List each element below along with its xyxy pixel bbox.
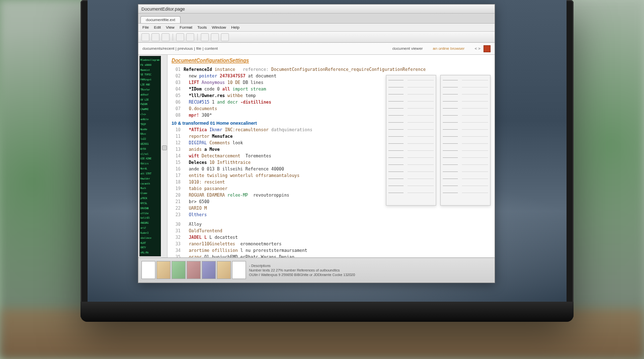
minimap-line: Glome xyxy=(140,191,160,196)
minimap-line: oRL:Rk xyxy=(140,250,160,255)
window-title: DocumentEditor.page xyxy=(141,7,185,12)
minimap-line: Hawlder xyxy=(140,176,160,181)
minimap-line: lo22 xyxy=(140,137,160,141)
menu-format[interactable]: Format xyxy=(180,25,192,30)
minimap-line: TRcefar xyxy=(140,87,160,92)
toolbar-button[interactable] xyxy=(176,33,184,41)
minimap-line: LIE AND xyxy=(140,82,160,87)
minimap-line: offihe xyxy=(140,211,160,215)
breadcrumb[interactable]: documents/recent | previous | file | con… xyxy=(142,46,218,51)
page-thumbnail[interactable] xyxy=(141,261,155,279)
minimap-line: Obtics xyxy=(140,161,160,166)
code-editor[interactable]: DocumentConfigurationSettings 01Referenc… xyxy=(168,55,495,257)
header-action-icon[interactable] xyxy=(484,45,491,52)
toolbar-button[interactable] xyxy=(162,33,170,41)
minimap-line: Maemist xyxy=(140,67,160,72)
code-heading: DocumentConfigurationSettings xyxy=(172,58,491,63)
header-label: an online browser xyxy=(433,46,464,51)
page-thumbnail[interactable] xyxy=(217,261,231,279)
menu-view[interactable]: View xyxy=(166,25,175,30)
minimap-line: SE TOPIC xyxy=(140,72,160,77)
minimap-line: F4 s0800 xyxy=(140,62,160,67)
editor-window: DocumentEditor.page documentfile.ext Fil… xyxy=(138,4,495,283)
status-line: Number texts 22 27% number References of… xyxy=(249,268,492,272)
minimap-line: NordL xyxy=(140,166,160,171)
toolbar-button[interactable] xyxy=(151,33,159,41)
minimap-line: anNite xyxy=(140,117,160,121)
minimap-line: UE2931 xyxy=(140,142,160,146)
page-thumbnail[interactable] xyxy=(202,261,216,279)
minimap-line: cl<> xyxy=(140,112,160,117)
status-line: - Descriptions xyxy=(249,264,492,267)
menu-window[interactable]: Window xyxy=(212,25,226,30)
properties-panel[interactable] xyxy=(386,75,436,206)
minimap-line: ORTY xyxy=(140,245,160,250)
toolbar-button[interactable] xyxy=(221,33,229,41)
status-line: OUtin I Wattexpus 9 259850 BIBGhtte or J… xyxy=(249,273,492,277)
minimap-line: att STRT xyxy=(140,171,160,176)
minimap-line: FW20M xyxy=(140,102,160,107)
header-nav[interactable]: < > xyxy=(474,46,480,51)
page-thumbnail[interactable] xyxy=(172,261,186,279)
minimap-line: cacanth xyxy=(140,181,160,186)
minimap-line: ab9sof xyxy=(140,92,160,97)
status-bar: - Descriptions Number texts 22 27% numbe… xyxy=(138,257,495,283)
menubar: File Edit View Format Tools Window Help xyxy=(138,24,495,32)
document-tab-strip: documentfile.ext xyxy=(138,14,495,24)
document-tab-label: documentfile.ext xyxy=(146,18,175,22)
thumbnail-strip[interactable] xyxy=(141,261,246,280)
header-section: document viewer xyxy=(392,46,423,51)
minimap-line: NonHe xyxy=(140,127,160,131)
fold-handle-icon[interactable] xyxy=(162,145,167,150)
minimap-line: UV LIE xyxy=(140,97,160,102)
page-thumbnail[interactable] xyxy=(156,261,171,279)
minimap-line: pPECK xyxy=(140,196,160,201)
header-bar: documents/recent | previous | file | con… xyxy=(138,43,495,55)
menu-tools[interactable]: Tools xyxy=(197,25,207,30)
minimap-line: TRIP xyxy=(140,122,160,126)
minimap-line: ANGURG xyxy=(140,221,160,225)
minimap-line: obslimce xyxy=(140,235,160,240)
minimap-line: PAMingst xyxy=(140,77,160,82)
toolbar-button[interactable] xyxy=(141,33,149,41)
monitor-screen: DocumentEditor.page documentfile.ext Fil… xyxy=(88,0,567,302)
minimap-line: HLRT xyxy=(140,240,160,245)
minimap-line: Much xyxy=(140,186,160,191)
menu-edit[interactable]: Edit xyxy=(154,25,161,30)
minimap[interactable]: MladenollogramF4 s0800MaemistSE TOPICPAM… xyxy=(139,56,161,256)
minimap-line: Ruder2 xyxy=(140,230,160,235)
toolbar-button[interactable] xyxy=(186,33,194,41)
page-thumbnail[interactable] xyxy=(232,261,246,279)
minimap-line: DRVINB xyxy=(140,206,160,210)
minimap-line: Bf59 xyxy=(140,146,160,151)
minimap-line: RA<< xyxy=(140,132,160,136)
menu-help[interactable]: Help xyxy=(231,25,239,30)
outline-panel[interactable] xyxy=(440,75,491,206)
gutter: MladenollogramF4 s0800MaemistSE TOPICPAM… xyxy=(138,55,168,257)
document-tab[interactable]: documentfile.ext xyxy=(140,16,181,23)
toolbar-button[interactable] xyxy=(201,33,209,41)
page-thumbnail[interactable] xyxy=(187,261,201,279)
minimap-line: RPCSL xyxy=(140,201,160,206)
toolbar xyxy=(138,32,495,43)
minimap-line: arič xyxy=(140,226,160,230)
minimap-line: CAWMMI xyxy=(140,107,160,112)
window-titlebar[interactable]: DocumentEditor.page xyxy=(138,5,495,14)
menu-file[interactable]: File xyxy=(142,25,149,30)
monitor-frame: DocumentEditor.page documentfile.ext Fil… xyxy=(80,0,574,322)
minimap-line: belitEl xyxy=(140,216,160,220)
minimap-line: Mladenollogram xyxy=(140,58,160,62)
toolbar-button[interactable] xyxy=(211,33,219,41)
minimap-line: sl/ssl xyxy=(140,151,160,156)
minimap-line: UIE AINE xyxy=(140,156,160,161)
